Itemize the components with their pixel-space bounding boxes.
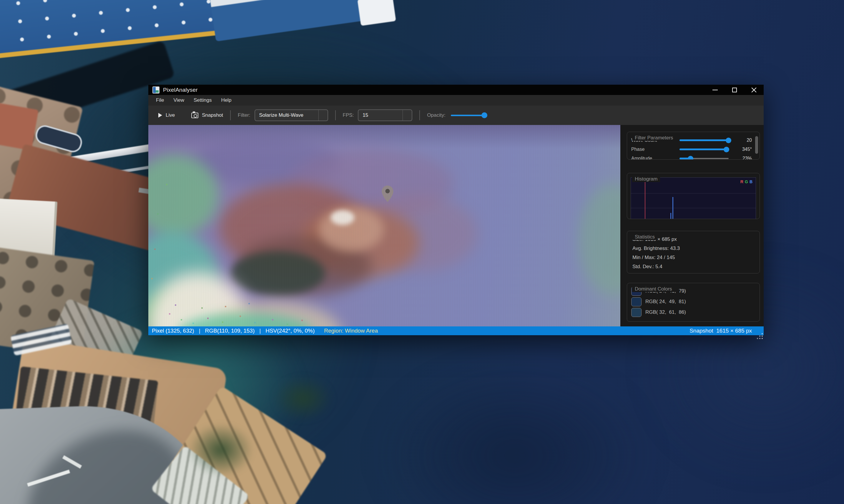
color-row: RGB( 32, 61, 86)	[631, 307, 686, 318]
menu-file[interactable]: File	[151, 95, 169, 106]
status-separator: |	[199, 328, 201, 334]
blob	[148, 272, 248, 326]
color-swatch[interactable]	[631, 297, 641, 306]
toolbar-divider	[335, 110, 336, 120]
menu-settings[interactable]: Settings	[189, 95, 216, 106]
noise-speckles	[148, 125, 150, 126]
blob	[331, 210, 354, 225]
params-scrollbar[interactable]	[755, 136, 758, 154]
blob	[237, 237, 372, 295]
color-row: RGB( 24, 49, 81)	[631, 296, 686, 307]
statistics-title: Statistics	[632, 234, 657, 240]
param-label: Phase	[631, 147, 679, 152]
status-bar: Pixel (1325, 632) | RGB(110, 109, 153) |…	[148, 326, 764, 335]
camera-icon	[191, 113, 199, 118]
amplitude-slider[interactable]	[679, 156, 729, 160]
status-hsv: HSV(242°, 0%, 0%)	[265, 328, 314, 334]
play-icon	[158, 113, 162, 118]
toolbar-divider	[230, 110, 231, 120]
param-label: Amplitude	[631, 156, 679, 160]
param-value: 345°	[742, 147, 752, 152]
filter-dropdown-value: Solarize Multi-Wave	[255, 112, 304, 118]
app-window: PixelAnalyser File View Settings Help Li…	[148, 85, 764, 335]
histogram-title: Histogram	[632, 176, 660, 182]
histogram-mark	[645, 178, 645, 219]
side-panel: Filter Parameters Wave Count 20 Phase	[620, 125, 764, 326]
status-separator: |	[259, 328, 261, 334]
phase-slider[interactable]	[679, 147, 729, 152]
histogram-gridline	[631, 208, 756, 208]
close-icon	[751, 87, 757, 93]
stat-stddev: Std. Dev.: 5.4	[633, 262, 754, 271]
legend-g: G	[745, 179, 748, 184]
stat-minmax: Min / Max: 24 / 145	[633, 253, 754, 262]
stat-brightness: Avg. Brightness: 43.3	[633, 244, 754, 253]
blob	[207, 301, 343, 326]
blob	[578, 184, 620, 295]
color-swatch[interactable]	[631, 308, 641, 317]
minimize-icon	[712, 90, 718, 90]
color-label: RGB( 32, 61, 86)	[645, 309, 686, 315]
map-pin-icon	[382, 185, 394, 202]
opacity-slider[interactable]	[451, 112, 487, 118]
vegetation	[274, 376, 332, 420]
close-button[interactable]	[744, 85, 764, 95]
blob	[290, 148, 454, 219]
fps-label: FPS:	[343, 112, 354, 118]
histogram-mark	[672, 197, 673, 219]
toolbar: Live Snapshot Filter: Solarize Multi-Wav…	[148, 106, 764, 125]
blob	[148, 290, 225, 326]
live-label: Live	[166, 112, 175, 118]
status-pixel: Pixel (1325, 632)	[152, 328, 194, 334]
window-controls	[705, 85, 764, 95]
wave-count-slider[interactable]	[679, 138, 729, 143]
fps-value: 15	[358, 112, 368, 118]
menu-bar: File View Settings Help	[148, 95, 764, 106]
histogram-plot: RGB	[631, 177, 756, 219]
title-bar[interactable]: PixelAnalyser	[148, 85, 764, 95]
toolbar-divider	[419, 110, 420, 120]
opacity-label: Opacity:	[427, 112, 445, 118]
opacity-slider-knob[interactable]	[481, 112, 487, 118]
menu-help[interactable]: Help	[216, 95, 236, 106]
window-title: PixelAnalyser	[163, 87, 198, 93]
vegetation	[188, 424, 253, 476]
ship-cabin	[357, 0, 396, 26]
param-value: 20	[746, 138, 752, 143]
blob	[148, 231, 219, 325]
param-row-amplitude: Amplitude 23%	[631, 154, 752, 160]
status-rgb: RGB(110, 109, 153)	[205, 328, 255, 334]
maximize-button[interactable]	[725, 85, 744, 95]
histogram-mark	[670, 213, 671, 219]
legend-r: R	[740, 179, 744, 184]
slider-knob[interactable]	[724, 147, 729, 152]
blob	[360, 196, 478, 272]
filtered-preview[interactable]	[148, 125, 620, 326]
minimize-button[interactable]	[705, 85, 725, 95]
param-value: 23%	[742, 156, 752, 160]
fps-input[interactable]: 15	[358, 109, 412, 121]
blob	[219, 184, 366, 272]
window-content: Filter Parameters Wave Count 20 Phase	[148, 125, 764, 326]
legend-b: B	[750, 179, 753, 184]
param-row-phase: Phase 345°	[631, 145, 752, 154]
snapshot-button[interactable]: Snapshot	[191, 112, 223, 118]
resize-grip[interactable]	[762, 333, 763, 334]
slider-knob[interactable]	[726, 138, 731, 143]
dominant-colors-title: Dominant Colors	[632, 286, 675, 292]
blob	[231, 251, 325, 295]
menu-view[interactable]: View	[169, 95, 189, 106]
live-button[interactable]: Live	[158, 112, 175, 118]
filter-parameters-title: Filter Parameters	[632, 135, 676, 141]
slider-knob[interactable]	[688, 156, 693, 160]
blob	[178, 313, 313, 326]
blob	[319, 207, 384, 251]
blob	[302, 207, 419, 278]
filter-dropdown[interactable]: Solarize Multi-Wave	[255, 109, 328, 121]
app-icon	[152, 87, 159, 93]
histogram-legend: RGB	[739, 179, 753, 184]
color-label: RGB( 24, 49, 81)	[645, 299, 686, 305]
blob	[192, 137, 340, 187]
status-region: Region: Window Area	[324, 328, 378, 334]
blob	[148, 155, 219, 237]
